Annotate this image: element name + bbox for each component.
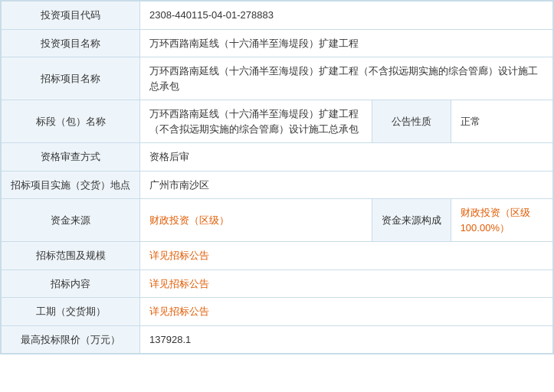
- row-value-7[interactable]: 详见招标公告: [140, 242, 553, 270]
- row-value-1: 万环西路南延线（十六涌半至海堤段）扩建工程: [140, 29, 553, 57]
- row-label-9: 工期（交货期）: [2, 298, 140, 326]
- row-value-8[interactable]: 详见招标公告: [140, 270, 553, 298]
- row-label-8: 招标内容: [2, 270, 140, 298]
- row-value1-3: 万环西路南延线（十六涌半至海堤段）扩建工程（不含拟远期实施的综合管廊）设计施工总…: [140, 100, 372, 143]
- row-label-4: 资格审查方式: [2, 143, 140, 172]
- row-label-2: 招标项目名称: [2, 57, 140, 100]
- row-label-10: 最高投标限价（万元）: [2, 325, 140, 354]
- row-value-4: 资格后审: [140, 143, 553, 172]
- row-value-9[interactable]: 详见招标公告: [140, 298, 553, 326]
- row-label-1: 投资项目名称: [2, 29, 140, 57]
- row-label-0: 投资项目代码: [2, 2, 140, 30]
- row-label-5: 招标项目实施（交货）地点: [2, 171, 140, 199]
- row-value-0: 2308-440115-04-01-278883: [140, 2, 553, 30]
- row-label2-6: 资金来源构成: [372, 199, 451, 242]
- row-label-7: 招标范围及规模: [2, 242, 140, 270]
- row-label2-3: 公告性质: [372, 100, 451, 143]
- row-value2-6[interactable]: 财政投资（区级100.00%）: [451, 199, 552, 242]
- row-value1-6[interactable]: 财政投资（区级）: [140, 199, 372, 242]
- info-table: 投资项目代码2308-440115-04-01-278883投资项目名称万环西路…: [0, 0, 554, 354]
- row-value-5: 广州市南沙区: [140, 171, 553, 199]
- row-value-10: 137928.1: [140, 325, 553, 354]
- row-label1-3: 标段（包）名称: [2, 100, 140, 143]
- row-value-2: 万环西路南延线（十六涌半至海堤段）扩建工程（不含拟远期实施的综合管廊）设计施工总…: [140, 57, 553, 100]
- row-label1-6: 资金来源: [2, 199, 140, 242]
- row-value2-3: 正常: [451, 100, 552, 143]
